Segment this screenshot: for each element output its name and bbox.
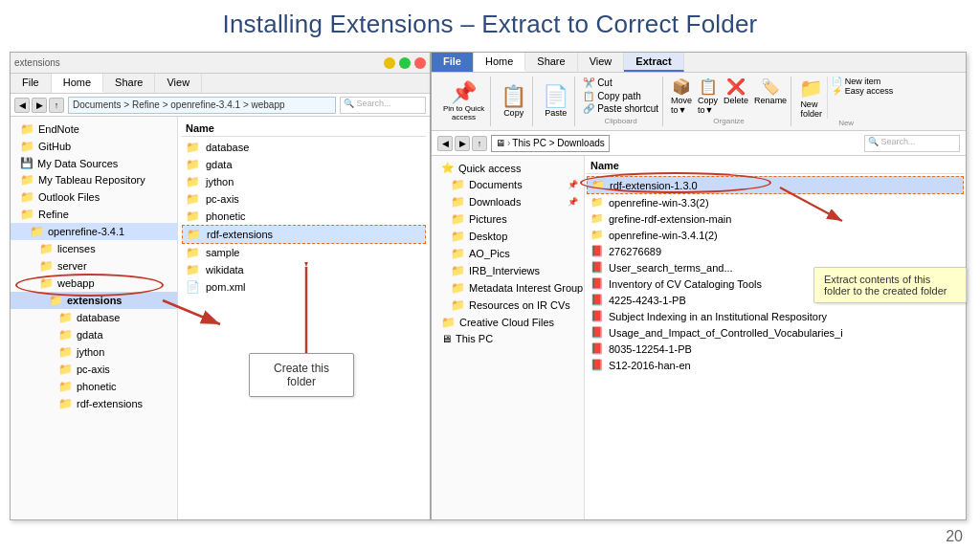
nav-gdata[interactable]: 📁 gdata <box>11 326 177 343</box>
right-nav-irb[interactable]: 📁 IRB_Interviews <box>432 262 584 279</box>
nav-tableau[interactable]: 📁 My Tableau Repository <box>11 171 177 188</box>
nav-webapp[interactable]: 📁 webapp <box>11 275 177 292</box>
nav-refine[interactable]: 📁 Refine <box>11 206 177 223</box>
file-usage-impact[interactable]: 📕 Usage_and_Impact_of_Controlled_Vocabul… <box>587 324 964 341</box>
file-openrefine-win-341[interactable]: 📁 openrefine-win-3.4.1(2) <box>587 227 964 243</box>
right-ribbon-tabs: File Home Share View Extract <box>432 53 966 73</box>
tab-view-right[interactable]: View <box>578 53 625 72</box>
file-grefine-rdf[interactable]: 📁 grefine-rdf-extension-main <box>587 210 964 227</box>
folder-icon: 📁 <box>451 230 465 243</box>
tab-extract-right[interactable]: Extract <box>624 53 683 72</box>
xml-icon: 📄 <box>186 280 200 294</box>
tab-view-left[interactable]: View <box>155 74 202 93</box>
nav-openrefine[interactable]: 📁 openrefine-3.4.1 <box>11 223 177 240</box>
tab-share-right[interactable]: Share <box>525 53 577 72</box>
forward-button[interactable]: ▶ <box>32 98 47 113</box>
paste-large-label: Paste <box>545 108 567 118</box>
nav-label: openrefine-3.4.1 <box>48 226 124 237</box>
file-label: Subject Indexing in an Institutional Res… <box>609 311 827 322</box>
right-nav-metadata[interactable]: 📁 Metadata Interest Group <box>432 279 584 297</box>
right-up-button[interactable]: ↑ <box>472 136 487 151</box>
btn-new-item[interactable]: 📄 New item ⚡ Easy access <box>827 77 893 119</box>
btn-rename[interactable]: 🏷️Rename <box>754 77 787 115</box>
file-rdf-extensions[interactable]: 📁 rdf-extensions <box>182 225 426 244</box>
right-nav-desktop[interactable]: 📁 Desktop <box>432 228 584 245</box>
file-276276689[interactable]: 📕 276276689 <box>587 243 964 259</box>
nav-label: phonetic <box>77 381 117 392</box>
pin-indicator: 📌 <box>568 180 578 189</box>
search-box-right[interactable]: 🔍 Search... <box>864 135 960 152</box>
file-jython[interactable]: 📁 jython <box>182 173 426 190</box>
btn-copy-large[interactable]: 📋 Copy <box>495 77 533 126</box>
file-rdf-extension-130[interactable]: 📁 rdf-extension-1.3.0 <box>587 176 964 194</box>
tab-home-left[interactable]: Home <box>52 74 103 93</box>
file-sample[interactable]: 📁 sample <box>182 244 426 261</box>
right-address-path[interactable]: 🖥 › This PC > Downloads <box>491 135 610 152</box>
file-database[interactable]: 📁 database <box>182 139 426 156</box>
new-label: New <box>799 119 893 127</box>
right-nav-pictures[interactable]: 📁 Pictures <box>432 210 584 228</box>
btn-new-folder[interactable]: 📁Newfolder <box>799 77 823 119</box>
nav-label: Quick access <box>458 163 521 174</box>
btn-pin-quick-access[interactable]: 📌 Pin to Quickaccess <box>437 77 491 126</box>
tab-file-right[interactable]: File <box>432 53 474 72</box>
btn-delete[interactable]: ❌Delete <box>724 77 748 115</box>
nav-pc-axis[interactable]: 📁 pc-axis <box>11 361 177 378</box>
right-nav-documents[interactable]: 📁 Documents 📌 <box>432 176 584 193</box>
nav-phonetic-left[interactable]: 📁 phonetic <box>11 378 177 395</box>
right-nav-downloads[interactable]: 📁 Downloads 📌 <box>432 193 584 210</box>
btn-cut[interactable]: ✂️ Cut <box>583 77 658 88</box>
tab-home-right[interactable]: Home <box>474 53 525 72</box>
file-wikidata[interactable]: 📁 wikidata <box>182 261 426 278</box>
btn-copy-path[interactable]: 📋 Copy path <box>583 91 658 101</box>
right-forward-button[interactable]: ▶ <box>455 136 470 151</box>
btn-copy-to[interactable]: 📋Copyto▼ <box>698 77 718 115</box>
nav-github[interactable]: 📁 GitHub <box>11 138 177 155</box>
right-nav-creative-cloud[interactable]: 📁 Creative Cloud Files <box>432 314 584 331</box>
file-pomxml[interactable]: 📄 pom.xml <box>182 278 426 296</box>
callout-create-folder: Create this folder <box>249 353 354 397</box>
close-icon[interactable] <box>414 57 426 69</box>
nav-data-sources[interactable]: 💾 My Data Sources <box>11 155 177 171</box>
nav-rdf-left[interactable]: 📁 rdf-extensions <box>11 395 177 412</box>
folder-icon: 📁 <box>39 259 54 273</box>
pdf-icon: 📕 <box>590 294 604 306</box>
nav-database[interactable]: 📁 database <box>11 309 177 326</box>
btn-move-to[interactable]: 📦Moveto▼ <box>671 77 692 115</box>
file-subject-indexing[interactable]: 📕 Subject Indexing in an Institutional R… <box>587 308 964 324</box>
right-nav-this-pc[interactable]: 🖥 This PC <box>432 331 584 346</box>
tab-share-left[interactable]: Share <box>103 74 155 93</box>
pin-icon: 📌 <box>451 82 477 103</box>
nav-extensions[interactable]: 📁 extensions <box>11 292 177 309</box>
btn-paste-shortcut[interactable]: 🔗 Paste shortcut <box>583 103 658 114</box>
right-back-button[interactable]: ◀ <box>437 136 453 151</box>
right-nav-quick-access[interactable]: ⭐ Quick access <box>432 160 584 176</box>
file-phonetic[interactable]: 📁 phonetic <box>182 208 426 225</box>
address-path-left[interactable]: Documents > Refine > openrefine-3.4.1 > … <box>68 97 336 114</box>
file-openrefine-win-33[interactable]: 📁 openrefine-win-3.3(2) <box>587 194 964 210</box>
back-button[interactable]: ◀ <box>14 98 30 113</box>
file-8035[interactable]: 📕 8035-12254-1-PB <box>587 341 964 357</box>
up-button[interactable]: ↑ <box>49 98 64 113</box>
right-file-pane: Name 📁 rdf-extension-1.3.0 📁 openrefine-… <box>585 156 966 519</box>
file-label: User_search_terms_and... <box>609 262 733 274</box>
nav-server[interactable]: 📁 server <box>11 257 177 275</box>
nav-endnote[interactable]: 📁 EndNote <box>11 121 177 138</box>
folder-icon: 📁 <box>451 281 465 295</box>
file-label: openrefine-win-3.4.1(2) <box>609 230 718 241</box>
btn-paste-large[interactable]: 📄 Paste <box>537 77 575 126</box>
folder-icon: 📁 <box>451 264 465 277</box>
file-s12-2016[interactable]: 📕 S12-2016-han-en <box>587 357 964 373</box>
minimize-icon[interactable] <box>384 57 395 69</box>
tab-file-left[interactable]: File <box>11 74 52 93</box>
nav-licenses[interactable]: 📁 licenses <box>11 240 177 257</box>
nav-label: pc-axis <box>77 364 110 375</box>
nav-outlook[interactable]: 📁 Outlook Files <box>11 188 177 206</box>
nav-jython[interactable]: 📁 jython <box>11 343 177 361</box>
right-nav-ao-pics[interactable]: 📁 AO_Pics <box>432 245 584 262</box>
maximize-icon[interactable] <box>399 57 411 69</box>
file-pc-axis[interactable]: 📁 pc-axis <box>182 190 426 208</box>
right-nav-resources[interactable]: 📁 Resources on IR CVs <box>432 297 584 314</box>
search-box-left[interactable]: 🔍 Search... <box>340 97 426 114</box>
file-gdata[interactable]: 📁 gdata <box>182 156 426 173</box>
